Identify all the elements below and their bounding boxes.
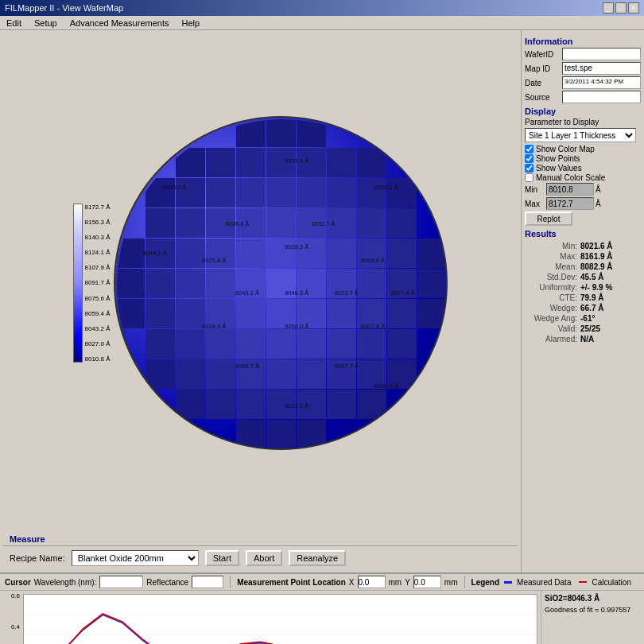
cursor-section: Cursor Wavelength (nm): Reflectance [5,576,223,588]
result-max-row: Max: 8161.9 Å [526,252,639,261]
spectrum-svg [24,595,537,644]
wafer-data-point: 8028.3 Å [202,323,226,330]
source-row: Source [525,91,641,103]
calculation-label: Calculation [592,578,630,587]
manual-scale-checkbox[interactable] [525,173,533,182]
wafer-data-point: 8060.0 Å [285,323,308,330]
measured-dot [504,581,512,584]
map-id-value[interactable]: test.spe [562,62,641,75]
wafer-data-point: 8028.3 Å [285,243,308,250]
wavelength-label: Wavelength (nm): [34,578,97,587]
start-button[interactable]: Start [205,550,239,566]
scale-label-10: 8010.8 Å [84,355,110,363]
wavelength-input[interactable] [99,576,143,588]
max-input[interactable] [546,197,594,210]
param-select[interactable]: Site 1 Layer 1 Thickness [525,128,636,142]
title-bar: FILMapper II - View WaferMap _ □ ✕ [0,0,644,16]
cursor-title: Cursor [5,578,31,587]
results-table: Min: 8021.6 Å Max: 8161.9 Å Mean: 8082.9… [525,240,641,345]
max-label: Max [525,200,545,208]
minimize-button[interactable]: _ [603,2,614,14]
mpl-title: Measurement Point Location [237,578,346,587]
result-valid-value: 25/25 [580,324,639,333]
manual-scale-label: Manual Color Scale [536,173,605,182]
wafer-data-point: 8032.7 Å [312,220,336,227]
show-color-map-checkbox[interactable] [525,145,533,153]
wafer-id-value[interactable] [562,48,641,60]
date-row: Date 3/2/2011 4:54:32 PM [525,76,641,89]
recipe-name-select[interactable]: Blanket Oxide 200mm [72,550,199,566]
replot-button[interactable]: Replot [525,211,572,226]
scale-label-6: 8075.6 Å [84,295,110,302]
legend-title: Legend [471,578,500,587]
wafer-data-point: 8046.2 Å [235,289,259,297]
wafer-data-point: 8048.3 Å [285,289,308,297]
y-input[interactable] [413,576,441,588]
x-input[interactable] [358,576,386,588]
result-mean-value: 8082.9 Å [580,262,639,271]
menu-setup[interactable]: Setup [31,18,60,28]
scale-label-1: 8156.3 Å [84,219,110,226]
x-label: X [349,578,355,587]
result-wedge-value: 66.7 Å [580,304,639,312]
wafer-id-label: WaferID [525,50,561,59]
measured-label: Measured Data [517,578,571,587]
maximize-button[interactable]: □ [615,2,627,14]
title-bar-buttons: _ □ ✕ [603,2,639,14]
wafer-data-point: 8059.1 Å [374,184,398,191]
measure-label: Measure [10,534,45,544]
spectrum-section: Cursor Wavelength (nm): Reflectance Meas… [0,572,644,644]
calculation-line [579,581,587,583]
wafer-data-point: 8070.5 Å [162,184,186,191]
menu-help[interactable]: Help [178,18,203,28]
source-label: Source [525,93,561,102]
wafer-map-container: 8172.7 Å 8156.3 Å 8140.3 Å 8124.1 Å 8107… [3,33,518,533]
close-button[interactable]: ✕ [628,2,639,14]
min-input[interactable] [546,183,594,196]
show-points-checkbox[interactable] [525,154,533,163]
result-cte-label: CTE: [526,293,578,302]
show-values-checkbox[interactable] [525,164,533,173]
wafer-data-point: 8053.7 Å [335,289,359,297]
scale-label-8: 8043.2 Å [84,325,110,332]
wafer-circle-wrapper: // Generated via JS below 8057.4 Å8070.5… [114,116,448,450]
right-panel: Information WaferID Map ID test.spe Date… [521,30,644,572]
measure-section: Recipe Name: Blanket Oxide 200mm Start A… [3,545,518,569]
divider-2 [464,576,465,588]
result-stddev-row: Std.Dev: 45.5 Å [526,273,639,281]
recipe-name-label: Recipe Name: [10,553,65,563]
legend-section: Legend Measured Data Calculation [471,578,631,587]
menu-bar: Edit Setup Advanced Measurements Help [0,16,644,30]
abort-button[interactable]: Abort [246,550,282,566]
show-color-map-label: Show Color Map [536,145,595,153]
graph-wrapper: 0.6 0.4 0.2 0.0 [0,591,541,644]
max-row: Max Å [525,197,641,210]
display-title: Display [525,107,641,116]
reflectance-input[interactable] [192,576,223,588]
result-alarmed-value: N/A [580,335,639,343]
result-min-row: Min: 8021.6 Å [526,242,639,250]
result-valid-label: Valid: [526,324,578,333]
date-label: Date [525,79,561,87]
scale-label-4: 8107.9 Å [84,264,110,271]
spectrum-graph [23,594,537,644]
menu-edit[interactable]: Edit [3,18,25,28]
result-cte-value: 79.9 Å [580,293,639,302]
result-wedgeang-row: Wedge Ang: -61° [526,314,639,323]
x-unit: mm [389,578,402,587]
wafer-circle: // Generated via JS below 8057.4 Å8070.5… [114,116,448,450]
divider-1 [230,576,231,588]
wafer-id-row: WaferID [525,48,641,60]
reanalyze-button[interactable]: Reanalyze [289,550,346,566]
result-uniformity-label: Uniformity: [526,283,578,292]
date-value[interactable]: 3/2/2011 4:54:32 PM [562,76,641,89]
scale-label-9: 8027.0 Å [84,340,110,347]
y-label: Y [405,578,410,587]
menu-advanced[interactable]: Advanced Measurements [67,18,173,28]
source-value[interactable] [562,91,641,103]
information-title: Information [525,37,641,46]
spectrum-top-bar: Cursor Wavelength (nm): Reflectance Meas… [0,574,644,591]
result-wedge-label: Wedge: [526,304,578,312]
wafer-data-point: 8021.6 Å [285,402,308,409]
wafer-data-points: 8057.4 Å8070.5 Å8059.1 Å8026.6 Å8032.7 Å… [115,118,446,448]
